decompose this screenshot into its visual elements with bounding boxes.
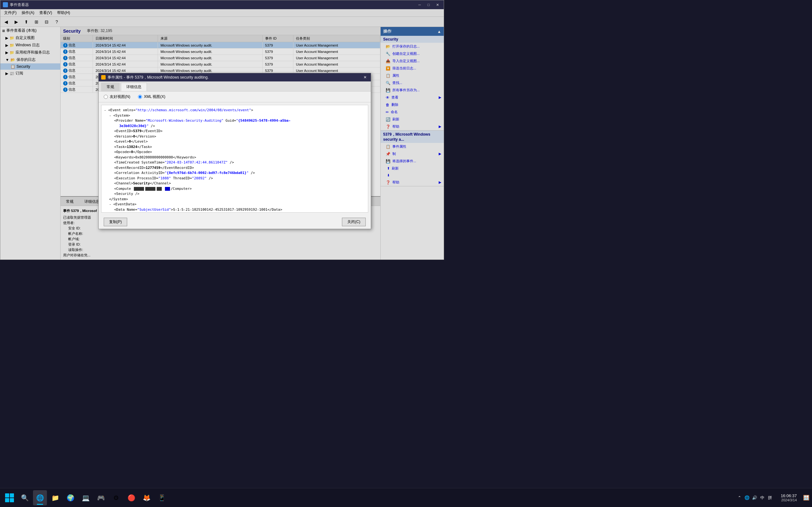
xml-line: <TimeCreated SystemTime="2024-03-14T07:4… [104,160,365,165]
xml-line: <Task>13824</Task> [104,145,365,150]
xml-line: <EventID>5379</EventID> [104,129,365,134]
modal-overlay: 事件属性 - 事件 5379，Microsoft Windows securit… [0,0,812,488]
xml-line: <Data Name="SubjectUserSid">S-1-5-21-102… [104,207,365,213]
tray-network-icon[interactable]: 🌐 [744,495,750,501]
xml-line: - <Event xmlns="http://schemas.microsoft… [104,108,365,113]
taskbar-edge[interactable]: 🌐 [33,490,47,505]
edge-icon: 🌐 [36,493,44,502]
tray-up-icon[interactable]: ⌃ [736,495,743,501]
red-app-icon: 🔴 [127,493,136,502]
taskbar-firefox[interactable]: 🦊 [140,490,154,505]
modal-close-btn-footer[interactable]: 关闭(C) [342,218,366,226]
taskbar-search[interactable]: 🔍 [18,490,32,505]
modal-app-icon [101,75,106,79]
xml-line: <Version>0</Version> [104,134,365,139]
modal-close-button[interactable]: ✕ [362,74,368,80]
taskbar-chrome[interactable]: 🌍 [63,490,78,505]
copy-button[interactable]: 复制(P) [104,218,127,226]
xml-line: <Correlation ActivityID="{8efc976d-6b74-… [104,170,365,176]
sys-tray: ⌃ 🌐 🔊 中 拼 [735,495,774,501]
taskbar-mobile[interactable]: 📱 [155,490,169,505]
xml-line: <Channel>Security</Channel> [104,181,365,186]
taskbar: 🔍 🌐 📁 🌍 💻 🎮 ⚙ 🔴 🦊 📱 ⌃ 🌐 🔊 中 拼 16:06:37 [0,488,812,507]
settings-icon: ⚙ [112,493,120,502]
taskbar-clock[interactable]: 16:06:37 2024/3/14 [777,493,801,502]
modal-tabs: 常规 详细信息 [99,81,371,92]
ide-icon: 💻 [81,493,90,502]
xml-content-area[interactable]: - <Event xmlns="http://schemas.microsoft… [101,105,368,213]
tray-ime2[interactable]: 拼 [767,495,773,501]
radio-friendly-label: 友好视图(N) [110,94,131,100]
modal-title-left: 事件属性 - 事件 5379，Microsoft Windows securit… [101,75,209,80]
modal-window: 事件属性 - 事件 5379，Microsoft Windows securit… [98,73,371,229]
taskbar-settings[interactable]: ⚙ [109,490,123,505]
xml-line: <Execution ProcessID="1888" ThreadID="20… [104,176,365,181]
explorer-icon: 📁 [51,493,60,502]
xml-line: <Provider Name="Microsoft-Windows-Securi… [104,118,365,124]
radio-xml-input[interactable] [138,95,142,99]
windows-logo [5,493,14,502]
radio-bar: 友好视图(N) XML 视图(X) [99,92,371,102]
xml-line: <Security /> [104,191,365,197]
game-icon: 🎮 [96,493,105,502]
xml-line: </System> [104,197,365,202]
xml-line: - <EventData> [104,202,365,207]
radio-xml-label: XML 视图(X) [144,94,165,100]
xml-line: - <System> [104,113,365,118]
xml-line: <Data Name="SubjectUserName">currv.s</Da… [104,212,365,213]
modal-footer: 复制(P) 关闭(C) [99,215,371,229]
xml-line: <Keywords>0x8020000000000000</Keywords> [104,155,365,160]
search-icon: 🔍 [20,493,29,502]
mobile-icon: 📱 [157,493,166,502]
firefox-icon: 🦊 [142,493,151,502]
taskbar-start[interactable] [3,490,16,505]
taskbar-ide[interactable]: 💻 [79,490,93,505]
modal-title: 事件属性 - 事件 5379，Microsoft Windows securit… [107,75,209,80]
xml-line: <Level>0</Level> [104,139,365,145]
clock-date: 2024/3/14 [780,498,797,502]
tray-ime1[interactable]: 中 [759,495,765,501]
tray-sound-icon[interactable]: 🔊 [751,495,758,501]
notification-icon[interactable]: 🪟 [803,495,809,501]
taskbar-red-app[interactable]: 🔴 [124,490,138,505]
taskbar-explorer[interactable]: 📁 [48,490,62,505]
modal-title-bar: 事件属性 - 事件 5379，Microsoft Windows securit… [99,73,371,81]
radio-friendly-input[interactable] [104,95,108,99]
taskbar-right: ⌃ 🌐 🔊 中 拼 16:06:37 2024/3/14 🪟 [735,493,809,502]
taskbar-game[interactable]: 🎮 [94,490,108,505]
desktop: 事件查看器 ─ □ ✕ 文件(F) 操作(A) 查看(V) 帮助(H) ◀ ▶ … [0,0,812,488]
xml-line: 3e3b0328c30d}" /> [104,124,365,129]
clock-time: 16:06:37 [780,493,797,498]
modal-tab-detail[interactable]: 详细信息 [121,83,147,91]
modal-tab-general[interactable]: 常规 [101,83,119,91]
radio-xml[interactable]: XML 视图(X) [138,94,165,100]
radio-friendly[interactable]: 友好视图(N) [104,94,131,100]
xml-line: <Opcode>0</Opcode> [104,150,365,155]
xml-line: <EventRecordID>1277459</EventRecordID> [104,165,365,171]
xml-line: <Compute /Computer> [104,186,365,192]
chrome-icon: 🌍 [66,493,75,502]
